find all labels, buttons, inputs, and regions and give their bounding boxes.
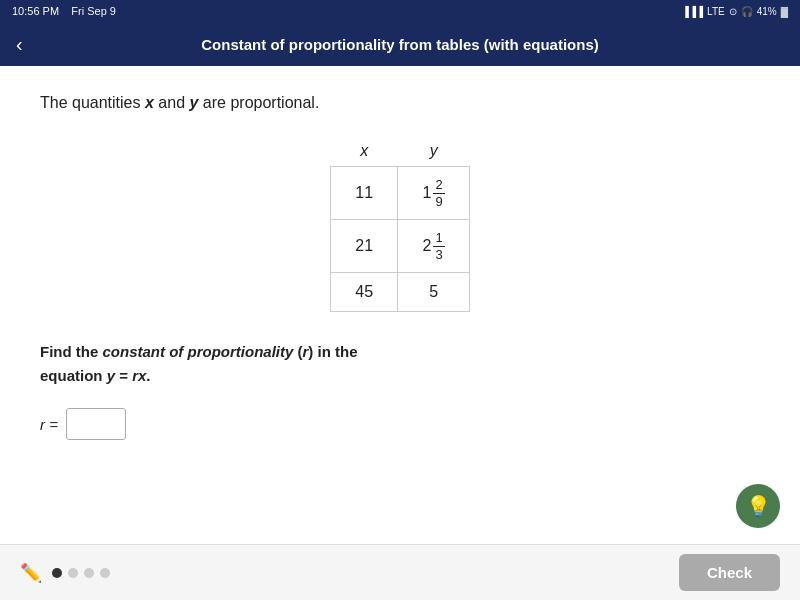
table-cell-y1: 1 2 9 (398, 167, 470, 220)
x-variable: x (145, 94, 154, 111)
answer-row: r = (40, 408, 760, 440)
table-cell-x1: 11 (331, 167, 398, 220)
headphone-icon: 🎧 (741, 6, 753, 17)
signal-icon: ▐▐▐ (682, 6, 703, 17)
status-indicators: ▐▐▐ LTE ⊙ 🎧 41% ▓ (682, 6, 788, 17)
page-title: Constant of proportionality from tables … (201, 36, 599, 53)
main-content: The quantities x and y are proportional.… (0, 66, 800, 476)
progress-dot-2 (68, 568, 78, 578)
pencil-icon: ✏️ (20, 562, 42, 584)
col-header-y: y (398, 136, 470, 167)
header: ‹ Constant of proportionality from table… (0, 22, 800, 66)
answer-input[interactable] (66, 408, 126, 440)
table-cell-y2: 2 1 3 (398, 220, 470, 273)
answer-label: r = (40, 416, 58, 433)
table-cell-x2: 21 (331, 220, 398, 273)
table-cell-y3: 5 (398, 273, 470, 312)
proportionality-table-container: x y 11 1 2 9 (40, 136, 760, 312)
status-bar: 10:56 PM Fri Sep 9 ▐▐▐ LTE ⊙ 🎧 41% ▓ (0, 0, 800, 22)
y-variable: y (189, 94, 198, 111)
progress-dots: ✏️ (20, 562, 110, 584)
col-header-x: x (331, 136, 398, 167)
hint-icon: 💡 (746, 494, 771, 518)
check-button[interactable]: Check (679, 554, 780, 591)
back-button[interactable]: ‹ (16, 33, 23, 56)
progress-dot-1 (52, 568, 62, 578)
table-cell-x3: 45 (331, 273, 398, 312)
table-row: 21 2 1 3 (331, 220, 470, 273)
table-row: 11 1 2 9 (331, 167, 470, 220)
question-paragraph: Find the constant of proportionality (r)… (40, 340, 760, 388)
bottom-bar: ✏️ Check (0, 544, 800, 600)
intro-paragraph: The quantities x and y are proportional. (40, 94, 760, 112)
progress-dot-4 (100, 568, 110, 578)
battery-icon: ▓ (781, 6, 788, 17)
hint-button[interactable]: 💡 (736, 484, 780, 528)
wifi-icon: ⊙ (729, 6, 737, 17)
table-row: 45 5 (331, 273, 470, 312)
status-time-date: 10:56 PM Fri Sep 9 (12, 5, 116, 17)
progress-dot-3 (84, 568, 94, 578)
proportionality-table: x y 11 1 2 9 (330, 136, 470, 312)
